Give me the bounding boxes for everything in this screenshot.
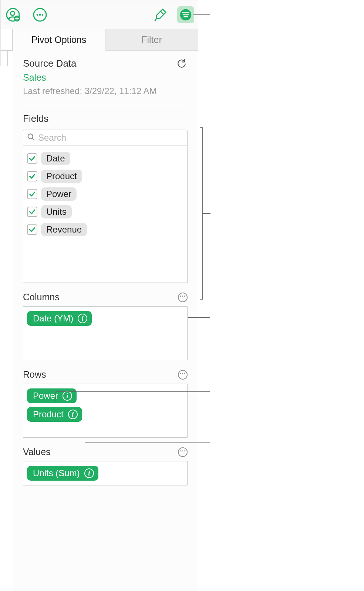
pill-label: Units (Sum) [33,468,80,478]
field-pill[interactable]: Date [41,152,70,165]
value-field-pill[interactable]: Units (Sum) i [27,466,98,481]
callout-line [200,299,203,300]
values-heading: Values [23,447,51,457]
refresh-icon [176,58,187,69]
more-dots-icon: ··· [180,293,186,299]
callout-line [55,391,210,392]
columns-heading: Columns [23,292,60,303]
values-drop-zone[interactable]: Units (Sum) i [23,461,188,485]
field-checkbox[interactable] [27,189,37,199]
person-add-icon [6,7,20,22]
source-table-link[interactable]: Sales [23,72,188,83]
field-checkbox[interactable] [27,153,37,164]
field-pill[interactable]: Units [41,205,72,218]
paintbrush-icon [154,8,168,22]
field-pill[interactable]: Power [41,187,77,201]
svg-line-9 [32,138,34,140]
field-checkbox[interactable] [27,224,37,235]
tab-bar: Pivot Options Filter [13,29,198,51]
svg-point-1 [11,11,15,16]
callout-line [188,317,210,318]
sheet-edge [0,51,8,66]
field-pill[interactable]: Revenue [41,223,87,236]
svg-point-4 [37,14,38,16]
callout-line [85,442,210,443]
callout-line [202,213,210,214]
field-row: Date [27,150,183,167]
row-field-pill[interactable]: Product i [27,407,82,422]
columns-more-button[interactable]: ··· [178,293,188,302]
tab-pivot-options[interactable]: Pivot Options [13,29,105,51]
tab-filter[interactable]: Filter [105,29,198,50]
inspector-panel: Pivot Options Filter Source Data Sales L… [13,29,198,591]
refresh-button[interactable] [176,57,188,69]
more-options-button[interactable] [31,6,48,23]
divider [23,106,188,106]
field-row: Units [27,203,183,221]
rows-more-button[interactable]: ··· [178,370,188,380]
rows-heading: Rows [23,369,46,380]
columns-drop-zone[interactable]: Date (YM) i [23,306,188,360]
field-row: Revenue [27,221,183,238]
column-field-pill[interactable]: Date (YM) i [27,311,92,326]
search-icon [27,133,35,143]
more-circle-icon [33,7,47,22]
row-field-pill[interactable]: Power i [27,388,77,403]
field-pill[interactable]: Product [41,170,82,183]
format-button[interactable] [152,6,169,23]
organize-button[interactable] [177,6,194,23]
callout-line [55,391,56,401]
pill-label: Power [33,391,58,401]
more-dots-icon: ··· [180,371,186,377]
field-row: Power [27,185,183,203]
last-refreshed-label: Last refreshed: 3/29/22, 11:12 AM [23,86,188,96]
fields-search-input[interactable] [37,132,183,143]
values-more-button[interactable]: ··· [178,447,188,457]
fields-heading: Fields [23,113,188,124]
field-checkbox[interactable] [27,207,37,217]
organize-icon [179,8,192,21]
toolbar [0,0,198,29]
pill-info-button[interactable]: i [68,410,78,419]
more-dots-icon: ··· [180,448,186,454]
source-data-heading: Source Data [23,58,77,69]
svg-point-5 [39,14,41,16]
pill-info-button[interactable]: i [78,314,87,323]
fields-list: Date Product Power Units Revenue [23,146,188,283]
pill-label: Date (YM) [33,313,73,324]
callout-line [200,127,203,128]
callout-line [193,14,210,15]
sheet-edge [0,29,13,51]
pill-label: Product [33,409,64,420]
collaborate-button[interactable] [4,6,21,23]
fields-search[interactable] [23,130,188,146]
svg-point-6 [42,14,44,16]
field-checkbox[interactable] [27,171,37,181]
field-row: Product [27,167,183,185]
pill-info-button[interactable]: i [84,468,94,478]
pill-info-button[interactable]: i [63,391,72,401]
